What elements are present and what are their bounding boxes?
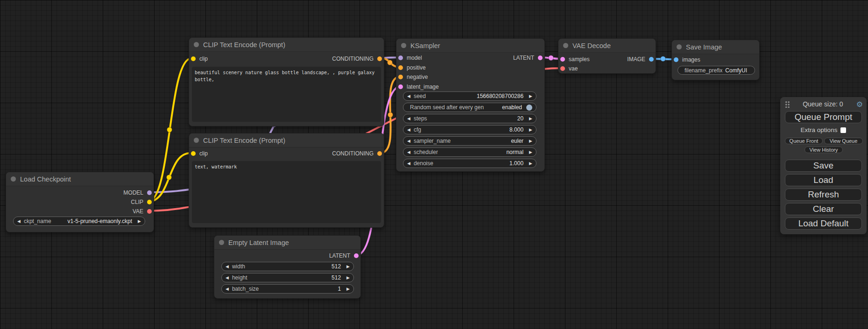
- view-history-button[interactable]: View History: [804, 147, 843, 153]
- port-dot[interactable]: [538, 56, 543, 60]
- drag-handle-icon[interactable]: [784, 100, 790, 108]
- port-dot[interactable]: [398, 75, 403, 79]
- decrement-arrow-icon[interactable]: ◀: [407, 94, 410, 98]
- widget-ckpt-name[interactable]: ◀ ckpt_name v1-5-pruned-emaonly.ckpt ▶: [13, 217, 145, 226]
- view-queue-button[interactable]: View Queue: [824, 138, 863, 144]
- node-title-bar[interactable]: Load Checkpoint: [6, 172, 154, 186]
- decrement-arrow-icon[interactable]: ◀: [17, 219, 21, 224]
- port-dot[interactable]: [377, 56, 382, 61]
- node-load-checkpoint[interactable]: Load Checkpoint MODEL CLIP VAE ◀ ckpt_na…: [6, 172, 154, 232]
- increment-arrow-icon[interactable]: ▶: [529, 94, 532, 98]
- widget-steps[interactable]: ◀ steps 20 ▶: [403, 114, 536, 123]
- output-port-latent[interactable]: LATENT: [329, 252, 359, 260]
- port-dot[interactable]: [377, 151, 382, 156]
- increment-arrow-icon[interactable]: ▶: [529, 128, 532, 132]
- load-button[interactable]: Load: [785, 174, 862, 186]
- node-title-bar[interactable]: CLIP Text Encode (Prompt): [189, 133, 384, 147]
- clear-button[interactable]: Clear: [785, 203, 862, 215]
- port-dot[interactable]: [147, 190, 152, 195]
- port-dot[interactable]: [398, 56, 403, 60]
- output-port-image[interactable]: IMAGE: [627, 55, 654, 63]
- decrement-arrow-icon[interactable]: ◀: [407, 161, 410, 166]
- increment-arrow-icon[interactable]: ▶: [138, 219, 141, 224]
- queue-prompt-button[interactable]: Queue Prompt: [785, 111, 862, 123]
- node-vae-decode[interactable]: VAE Decode samples vae IMAGE: [558, 38, 656, 74]
- collapse-dot-icon[interactable]: [219, 240, 224, 245]
- decrement-arrow-icon[interactable]: ◀: [407, 139, 410, 143]
- port-dot[interactable]: [649, 57, 654, 62]
- input-port-vae[interactable]: vae: [560, 64, 578, 73]
- input-port-images[interactable]: images: [674, 56, 700, 64]
- increment-arrow-icon[interactable]: ▶: [529, 150, 532, 154]
- decrement-arrow-icon[interactable]: ◀: [407, 128, 410, 132]
- port-dot[interactable]: [674, 57, 678, 62]
- widget-seed[interactable]: ◀ seed 156680208700286 ▶: [403, 91, 536, 101]
- extra-options-checkbox[interactable]: [840, 127, 846, 133]
- widget-height[interactable]: ◀ height 512 ▶: [221, 273, 354, 282]
- node-title-bar[interactable]: KSampler: [396, 39, 544, 53]
- widget-filename-prefix[interactable]: filename_prefix ComfyUI: [677, 66, 755, 75]
- port-dot[interactable]: [398, 65, 403, 70]
- decrement-arrow-icon[interactable]: ◀: [407, 150, 410, 154]
- save-button[interactable]: Save: [785, 160, 862, 172]
- node-clip-text-encode-negative[interactable]: CLIP Text Encode (Prompt) clip CONDITION…: [189, 133, 384, 228]
- output-port-model[interactable]: MODEL: [123, 189, 152, 197]
- port-dot[interactable]: [560, 66, 565, 71]
- collapse-dot-icon[interactable]: [563, 43, 568, 48]
- output-port-conditioning[interactable]: CONDITIONING: [332, 149, 382, 158]
- node-clip-text-encode-positive[interactable]: CLIP Text Encode (Prompt) clip CONDITION…: [189, 37, 384, 126]
- node-empty-latent-image[interactable]: Empty Latent Image LATENT ◀ width 512 ▶ …: [214, 235, 361, 299]
- output-port-latent[interactable]: LATENT: [513, 54, 543, 62]
- node-ksampler[interactable]: KSampler model positive negative latent_…: [396, 38, 545, 172]
- collapse-dot-icon[interactable]: [11, 176, 16, 182]
- input-port-clip[interactable]: clip: [191, 55, 208, 63]
- decrement-arrow-icon[interactable]: ◀: [226, 287, 229, 291]
- prompt-textarea[interactable]: beautiful scenery nature glass bottle la…: [192, 67, 381, 122]
- collapse-dot-icon[interactable]: [194, 138, 199, 143]
- input-port-latent-image[interactable]: latent_image: [398, 83, 439, 91]
- node-title-bar[interactable]: VAE Decode: [558, 39, 656, 53]
- increment-arrow-icon[interactable]: ▶: [529, 139, 532, 143]
- node-title-bar[interactable]: CLIP Text Encode (Prompt): [189, 38, 384, 52]
- input-port-positive[interactable]: positive: [398, 63, 426, 72]
- output-port-clip[interactable]: CLIP: [131, 198, 152, 206]
- widget-width[interactable]: ◀ width 512 ▶: [221, 262, 354, 271]
- port-dot[interactable]: [147, 200, 152, 204]
- increment-arrow-icon[interactable]: ▶: [346, 265, 350, 269]
- increment-arrow-icon[interactable]: ▶: [346, 276, 350, 280]
- node-save-image[interactable]: Save Image images filename_prefix ComfyU…: [671, 40, 760, 80]
- increment-arrow-icon[interactable]: ▶: [346, 287, 350, 291]
- collapse-dot-icon[interactable]: [677, 44, 682, 49]
- output-port-conditioning[interactable]: CONDITIONING: [332, 55, 382, 63]
- port-dot[interactable]: [191, 151, 196, 156]
- port-dot[interactable]: [354, 253, 359, 258]
- input-port-negative[interactable]: negative: [398, 73, 428, 81]
- widget-denoise[interactable]: ◀ denoise 1.000 ▶: [403, 159, 536, 168]
- port-dot[interactable]: [147, 209, 152, 214]
- decrement-arrow-icon[interactable]: ◀: [226, 265, 229, 269]
- decrement-arrow-icon[interactable]: ◀: [407, 117, 410, 121]
- port-dot[interactable]: [560, 57, 565, 62]
- decrement-arrow-icon[interactable]: ◀: [226, 276, 229, 280]
- widget-random-seed-toggle[interactable]: Random seed after every gen enabled: [403, 103, 536, 112]
- settings-gear-icon[interactable]: ⚙: [856, 100, 863, 109]
- widget-cfg[interactable]: ◀ cfg 8.000 ▶: [403, 125, 536, 134]
- input-port-clip[interactable]: clip: [191, 149, 208, 158]
- widget-sampler-name[interactable]: ◀ sampler_name euler ▶: [403, 136, 536, 146]
- port-dot[interactable]: [191, 56, 196, 61]
- node-graph-canvas[interactable]: Load Checkpoint MODEL CLIP VAE ◀ ckpt_na…: [0, 0, 868, 329]
- node-title-bar[interactable]: Save Image: [672, 40, 759, 54]
- queue-front-button[interactable]: Queue Front: [785, 138, 823, 144]
- widget-scheduler[interactable]: ◀ scheduler normal ▶: [403, 147, 536, 157]
- load-default-button[interactable]: Load Default: [785, 217, 862, 230]
- input-port-model[interactable]: model: [398, 54, 422, 62]
- node-title-bar[interactable]: Empty Latent Image: [214, 236, 360, 250]
- toggle-circle-icon[interactable]: [526, 105, 532, 111]
- increment-arrow-icon[interactable]: ▶: [529, 161, 532, 166]
- input-port-samples[interactable]: samples: [560, 55, 590, 63]
- port-dot[interactable]: [398, 84, 403, 89]
- widget-batch-size[interactable]: ◀ batch_size 1 ▶: [221, 284, 354, 294]
- prompt-textarea[interactable]: text, watermark: [192, 161, 381, 223]
- increment-arrow-icon[interactable]: ▶: [529, 117, 532, 121]
- collapse-dot-icon[interactable]: [401, 43, 406, 48]
